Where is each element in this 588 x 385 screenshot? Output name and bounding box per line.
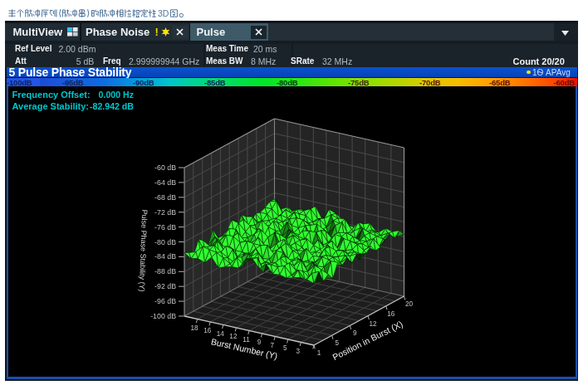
svg-text:-92 dB: -92 dB bbox=[154, 282, 176, 290]
svg-text:18: 18 bbox=[191, 324, 199, 332]
svg-text:9: 9 bbox=[257, 339, 262, 346]
svg-text:-76 dB: -76 dB bbox=[154, 223, 176, 231]
svg-text:5: 5 bbox=[283, 344, 287, 352]
svg-text:-68 dB: -68 dB bbox=[154, 193, 176, 202]
svg-text:1: 1 bbox=[317, 349, 321, 357]
svg-text:3: 3 bbox=[296, 348, 301, 355]
svg-text:14: 14 bbox=[217, 330, 225, 338]
svg-text:-84 dB: -84 dB bbox=[154, 252, 176, 261]
svg-text:11: 11 bbox=[243, 336, 250, 344]
svg-text:16: 16 bbox=[387, 310, 395, 318]
svg-text:12: 12 bbox=[370, 320, 378, 328]
svg-text:Pulse Phase Stability (Y): Pulse Phase Stability (Y) bbox=[138, 209, 149, 291]
svg-text:20: 20 bbox=[405, 300, 414, 308]
svg-text:-72 dB: -72 dB bbox=[154, 208, 176, 217]
svg-text:-64 dB: -64 dB bbox=[154, 178, 176, 187]
svg-text:3D: 3D bbox=[158, 8, 169, 18]
svg-text:-60 dB: -60 dB bbox=[154, 163, 176, 172]
svg-text:9: 9 bbox=[353, 329, 357, 337]
svg-text:7: 7 bbox=[270, 342, 274, 349]
svg-text:5: 5 bbox=[335, 339, 339, 347]
svg-text:-80 dB: -80 dB bbox=[154, 238, 176, 246]
svg-text:16: 16 bbox=[203, 327, 212, 334]
svg-text:-88 dB: -88 dB bbox=[154, 267, 176, 275]
svg-text:-96 dB: -96 dB bbox=[154, 297, 176, 305]
svg-text:-100 dB: -100 dB bbox=[150, 312, 176, 320]
svg-text:12: 12 bbox=[229, 333, 238, 340]
